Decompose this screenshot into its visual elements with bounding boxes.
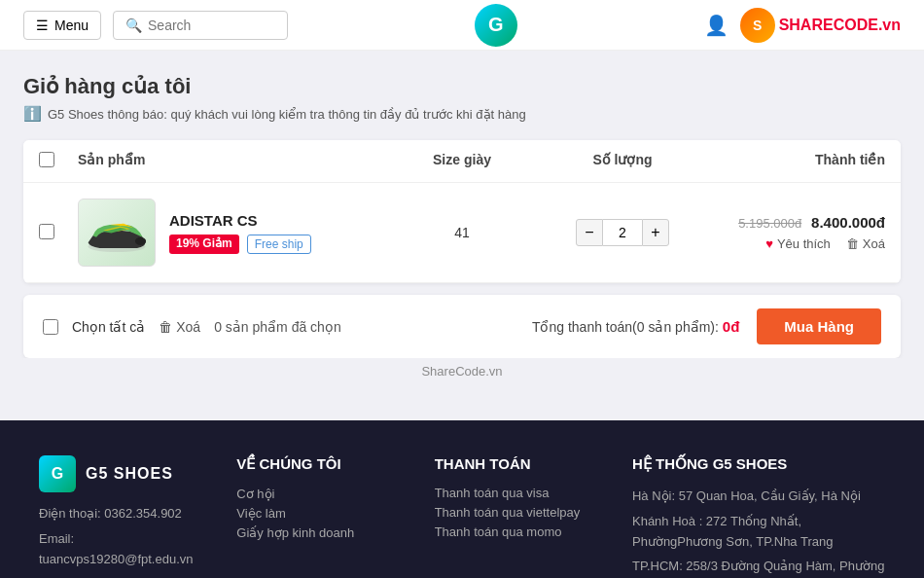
- page-title: Giỏ hàng của tôi: [23, 74, 901, 99]
- sharecode-logo: S SHARECODE.vn: [740, 8, 901, 43]
- quantity-increase-button[interactable]: +: [642, 219, 669, 246]
- heart-icon: ♥: [765, 236, 773, 251]
- price-col: 5.195.000đ 8.400.000đ ♥ Yêu thích 🗑 Xoá: [710, 214, 885, 251]
- header-right: 👤 S SHARECODE.vn: [704, 8, 901, 43]
- cart-table: Sản phẩm Size giày Số lượng Thành tiền: [23, 140, 901, 283]
- footer-payment-link-0[interactable]: Thanh toán qua visa: [435, 486, 603, 500]
- table-row: ADISTAR CS 19% Giảm Free ship 41 − + 5.1…: [23, 183, 901, 283]
- main-content: Giỏ hàng của tôi ℹ️ G5 Shoes thông báo: …: [0, 51, 924, 420]
- cart-header: Sản phẩm Size giày Số lượng Thành tiền: [23, 140, 901, 183]
- wishlist-button[interactable]: ♥ Yêu thích: [765, 236, 831, 251]
- info-icon: ℹ️: [23, 105, 42, 123]
- notice-text: G5 Shoes thông báo: quý khách vui lòng k…: [48, 107, 526, 122]
- footer-location-1: Khánh Hoà : 272 Thống Nhất, PhườngPhương…: [632, 512, 885, 553]
- total-label: Tổng thanh toán(0 sản phẩm): 0đ: [532, 318, 739, 335]
- watermark: ShareCode.vn: [23, 358, 901, 384]
- product-image: [78, 199, 156, 267]
- footer-grid: G G5 SHOES Điện thoại: 0362.354.902 Emai…: [39, 455, 885, 578]
- select-all-checkbox[interactable]: [39, 152, 54, 167]
- sharecode-prefix: SHARE: [779, 17, 834, 33]
- quantity-col: − +: [535, 219, 710, 246]
- item-checkbox[interactable]: [39, 224, 54, 239]
- product-info: ADISTAR CS 19% Giảm Free ship: [169, 212, 311, 254]
- logo-letter: G: [488, 14, 504, 36]
- footer-payment-link-1[interactable]: Thanh toán qua viettelpay: [435, 505, 603, 520]
- footer-about-link-2[interactable]: Giấy hợp kinh doanh: [236, 525, 405, 540]
- buy-button[interactable]: Mua Hàng: [757, 308, 881, 344]
- footer-delete-button[interactable]: 🗑 Xoá: [159, 319, 200, 335]
- sharecode-icon: S: [740, 8, 775, 43]
- footer-payment-heading: THANH TOÁN: [435, 455, 603, 472]
- row-checkbox-cell: [39, 224, 78, 242]
- footer-brand-col: G G5 SHOES Điện thoại: 0362.354.902 Emai…: [39, 455, 207, 578]
- watermark-text: ShareCode.vn: [421, 364, 502, 379]
- site-logo[interactable]: G: [475, 4, 517, 47]
- sale-price: 8.400.000đ: [811, 214, 885, 231]
- price-actions: ♥ Yêu thích 🗑 Xoá: [710, 236, 885, 251]
- footer-payment-col: THANH TOÁN Thanh toán qua visa Thanh toá…: [435, 455, 603, 578]
- wishlist-label: Yêu thích: [777, 236, 831, 251]
- footer-select-all-checkbox[interactable]: [43, 319, 58, 335]
- trash-icon: 🗑: [846, 236, 859, 251]
- site-footer: G G5 SHOES Điện thoại: 0362.354.902 Emai…: [0, 420, 924, 578]
- quantity-input[interactable]: [603, 219, 642, 246]
- delete-item-button[interactable]: 🗑 Xoá: [846, 236, 885, 251]
- search-icon: 🔍: [125, 18, 142, 33]
- svg-point-1: [135, 236, 146, 244]
- header-center: G: [288, 4, 704, 47]
- footer-location-2: TP.HCM: 258/3 Đường Quảng Hàm, Phường 5,…: [632, 557, 885, 578]
- total-header: Thành tiền: [710, 152, 885, 170]
- size-col: 41: [389, 225, 535, 240]
- freeship-badge: Free ship: [247, 235, 311, 254]
- menu-button[interactable]: ☰ Menu: [23, 11, 101, 40]
- cart-footer: Chọn tất cả 🗑 Xoá 0 sản phẩm đã chọn Tổn…: [23, 295, 901, 358]
- footer-about-link-0[interactable]: Cơ hội: [236, 487, 405, 501]
- footer-delete-label: Xoá: [176, 319, 200, 335]
- size-header: Size giày: [389, 152, 535, 170]
- sharecode-suffix: CODE.vn: [834, 17, 901, 33]
- header-left: ☰ Menu 🔍: [23, 11, 288, 40]
- header: ☰ Menu 🔍 G 👤 S SHARECODE.vn: [0, 0, 924, 51]
- menu-label: Menu: [54, 18, 89, 33]
- footer-about-heading: VỀ CHÚNG TÔI: [236, 455, 405, 473]
- original-price: 5.195.000đ: [738, 216, 801, 231]
- hamburger-icon: ☰: [36, 18, 49, 33]
- product-col: ADISTAR CS 19% Giảm Free ship: [78, 199, 389, 267]
- footer-location-0: Hà Nội: 57 Quan Hoa, Cầu Giấy, Hà Nội: [632, 487, 885, 507]
- footer-trash-icon: 🗑: [159, 319, 172, 335]
- product-header: Sản phẩm: [78, 152, 389, 170]
- product-name: ADISTAR CS: [169, 212, 311, 229]
- cart-notice: ℹ️ G5 Shoes thông báo: quý khách vui lòn…: [23, 105, 901, 123]
- footer-brand-name: G5 SHOES: [86, 465, 173, 483]
- sharecode-text: SHARECODE.vn: [779, 17, 901, 34]
- search-input[interactable]: [148, 18, 275, 33]
- select-all-label: Chọn tất cả: [72, 319, 145, 335]
- footer-logo-icon: G: [39, 455, 76, 492]
- cart-footer-left: Chọn tất cả 🗑 Xoá 0 sản phẩm đã chọn: [43, 319, 341, 335]
- quantity-decrease-button[interactable]: −: [576, 219, 603, 246]
- product-badges: 19% Giảm Free ship: [169, 235, 311, 254]
- price-row: 5.195.000đ 8.400.000đ: [710, 214, 885, 231]
- footer-phone: Điện thoại: 0362.354.902: [39, 504, 207, 524]
- shoe-illustration: [83, 206, 151, 260]
- item-size: 41: [454, 225, 470, 240]
- selected-count: 0 sản phẩm đã chọn: [214, 319, 341, 335]
- discount-badge: 19% Giảm: [169, 235, 239, 254]
- cart-footer-right: Tổng thanh toán(0 sản phẩm): 0đ Mua Hàng: [532, 308, 881, 344]
- footer-about-col: VỀ CHÚNG TÔI Cơ hội Việc làm Giấy hợp ki…: [236, 455, 405, 578]
- total-amount: 0đ: [723, 318, 740, 335]
- select-all-header: [39, 152, 78, 170]
- footer-system-heading: HỆ THỐNG G5 SHOES: [632, 455, 885, 473]
- footer-about-link-1[interactable]: Việc làm: [236, 506, 405, 521]
- user-icon[interactable]: 👤: [704, 14, 729, 37]
- footer-system-col: HỆ THỐNG G5 SHOES Hà Nội: 57 Quan Hoa, C…: [632, 455, 885, 578]
- footer-email: Email: tuancvps19280@fpt.edu.vn: [39, 529, 207, 570]
- quantity-header: Số lượng: [535, 152, 710, 170]
- footer-payment-link-2[interactable]: Thanh toán qua momo: [435, 524, 603, 539]
- delete-label: Xoá: [863, 236, 885, 251]
- search-box[interactable]: 🔍: [113, 11, 288, 40]
- total-label-text: Tổng thanh toán(0 sản phẩm):: [532, 319, 719, 335]
- footer-logo: G G5 SHOES: [39, 455, 207, 492]
